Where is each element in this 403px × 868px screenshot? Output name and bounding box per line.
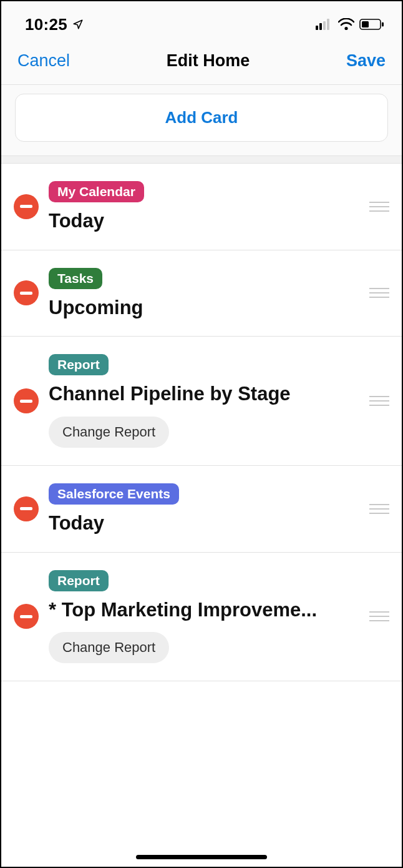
page-title: Edit Home — [167, 51, 250, 71]
card-item: My Calendar Today Change Report — [1, 164, 402, 250]
remove-button[interactable] — [14, 280, 39, 305]
change-report-button[interactable]: Change Report — [49, 632, 169, 663]
add-card-section: Add Card — [1, 85, 402, 156]
svg-rect-1 — [319, 23, 322, 30]
card-item: Tasks Upcoming Change Report — [1, 250, 402, 337]
svg-rect-2 — [323, 21, 326, 30]
drag-handle-icon[interactable] — [368, 288, 391, 298]
battery-icon — [359, 19, 384, 30]
card-body: Tasks Upcoming Change Report — [49, 268, 358, 319]
card-title: Today — [49, 210, 104, 232]
add-card-button[interactable]: Add Card — [15, 94, 388, 142]
card-item: Report * Top Marketing Improveme... Chan… — [1, 553, 402, 682]
remove-button[interactable] — [14, 496, 39, 521]
drag-handle-icon[interactable] — [368, 396, 391, 406]
card-body: Salesforce Events Today Change Report — [49, 483, 358, 535]
location-icon — [72, 19, 84, 30]
card-tag: Report — [49, 570, 109, 591]
home-indicator[interactable] — [136, 855, 267, 859]
drag-handle-icon[interactable] — [368, 504, 391, 514]
card-title: * Top Marketing Improveme... — [49, 599, 317, 621]
drag-handle-icon[interactable] — [368, 202, 391, 212]
section-divider — [1, 156, 402, 164]
remove-button[interactable] — [14, 604, 39, 629]
card-tag: My Calendar — [49, 181, 144, 202]
svg-rect-6 — [362, 21, 369, 27]
change-report-button[interactable]: Change Report — [49, 417, 169, 448]
status-bar: 10:25 — [1, 1, 402, 42]
cancel-button[interactable]: Cancel — [17, 51, 70, 71]
drag-handle-icon[interactable] — [368, 611, 391, 621]
card-title: Channel Pipeline by Stage — [49, 383, 291, 405]
card-title: Upcoming — [49, 297, 143, 319]
card-item: Report Channel Pipeline by Stage Change … — [1, 337, 402, 466]
remove-button[interactable] — [14, 388, 39, 413]
card-body: Report * Top Marketing Improveme... Chan… — [49, 570, 358, 664]
card-body: Report Channel Pipeline by Stage Change … — [49, 354, 358, 448]
card-tag: Tasks — [49, 268, 102, 289]
card-title: Today — [49, 512, 104, 535]
wifi-icon — [338, 18, 354, 31]
svg-rect-0 — [316, 26, 318, 30]
save-button[interactable]: Save — [346, 51, 386, 71]
card-tag: Report — [49, 354, 109, 375]
card-list: My Calendar Today Change Report Tasks Up… — [1, 164, 402, 681]
svg-point-4 — [344, 27, 347, 30]
svg-rect-3 — [327, 19, 329, 30]
status-right — [316, 18, 384, 31]
card-tag: Salesforce Events — [49, 483, 179, 505]
cellular-icon — [316, 19, 333, 30]
status-left: 10:25 — [25, 15, 84, 34]
nav-bar: Cancel Edit Home Save — [1, 42, 402, 85]
card-item: Salesforce Events Today Change Report — [1, 466, 402, 553]
svg-rect-7 — [382, 22, 384, 27]
status-time: 10:25 — [25, 15, 67, 34]
remove-button[interactable] — [14, 194, 39, 219]
card-body: My Calendar Today Change Report — [49, 181, 358, 232]
